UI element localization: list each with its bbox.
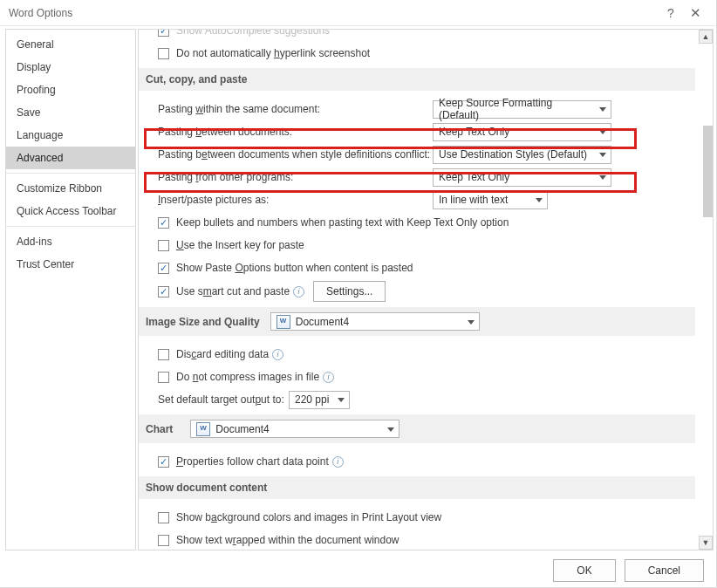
hyperlink-screenshot-row: Do not automatically hyperlink screensho…	[158, 44, 695, 63]
discard-editing-label: Discard editing data	[176, 348, 269, 360]
section-show-document-content: Show document content	[139, 476, 695, 499]
autocomplete-suggestions-row: Show AutoComplete suggestions	[158, 30, 695, 40]
smart-cut-paste-row: Use smart cut and paste Settings...	[158, 281, 695, 302]
pasting-from-other-dropdown[interactable]: Keep Text Only	[433, 168, 611, 187]
sidebar-item-save[interactable]: Save	[6, 101, 135, 124]
default-output-label: Set default target output to:	[158, 393, 289, 406]
section-image-size-quality: Image Size and Quality Document4	[139, 307, 695, 336]
sidebar-item-display[interactable]: Display	[6, 56, 135, 79]
text-wrapped-label: Show text wrapped within the document wi…	[176, 534, 399, 546]
insert-key-checkbox[interactable]	[158, 240, 169, 251]
bg-colors-label: Show background colors and images in Pri…	[176, 511, 441, 523]
info-icon[interactable]	[332, 456, 344, 468]
hyperlink-screenshot-checkbox[interactable]	[158, 48, 169, 59]
keep-bullets-label: Keep bullets and numbers when pasting te…	[176, 216, 509, 229]
scrollbar-thumb[interactable]	[703, 126, 713, 217]
default-output-dropdown[interactable]: 220 ppi	[289, 391, 350, 409]
text-wrapped-checkbox[interactable]	[158, 535, 169, 546]
close-icon[interactable]: ✕	[683, 5, 707, 21]
ok-button[interactable]: OK	[553, 559, 615, 582]
sidebar: General Display Proofing Save Language A…	[5, 29, 136, 550]
pasting-between-conflict-row: Pasting between documents when style def…	[158, 145, 695, 164]
image-size-document-dropdown[interactable]: Document4	[270, 312, 480, 331]
pasting-same-doc-row: Pasting within the same document: Keep S…	[158, 99, 695, 119]
sidebar-item-language[interactable]: Language	[6, 124, 135, 147]
sidebar-item-trust-center[interactable]: Trust Center	[6, 253, 135, 276]
cancel-button[interactable]: Cancel	[625, 559, 704, 582]
sidebar-separator	[6, 226, 135, 227]
word-doc-icon	[277, 315, 290, 329]
insert-pictures-dropdown[interactable]: In line with text	[433, 191, 548, 209]
text-wrapped-row: Show text wrapped within the document wi…	[158, 530, 695, 550]
autocomplete-label: Show AutoComplete suggestions	[176, 30, 330, 37]
sidebar-item-advanced[interactable]: Advanced	[6, 147, 135, 169]
pasting-same-doc-dropdown[interactable]: Keep Source Formatting (Default)	[433, 100, 611, 119]
bg-colors-row: Show background colors and images in Pri…	[158, 508, 695, 527]
pasting-between-conflict-dropdown[interactable]: Use Destination Styles (Default)	[433, 146, 611, 164]
discard-editing-row: Discard editing data	[158, 345, 695, 364]
insert-pictures-row: Insert/paste pictures as: In line with t…	[158, 190, 695, 209]
scroll-down-button[interactable]: ▼	[699, 536, 713, 550]
help-icon[interactable]: ?	[659, 6, 683, 20]
settings-button[interactable]: Settings...	[313, 281, 386, 302]
pasting-same-doc-label: Pasting within the same document:	[158, 103, 433, 115]
pasting-between-docs-dropdown[interactable]: Keep Text Only	[433, 123, 611, 141]
scroll-up-button[interactable]: ▲	[699, 30, 713, 44]
properties-follow-checkbox[interactable]	[158, 456, 169, 468]
chart-document-dropdown[interactable]: Document4	[190, 420, 399, 438]
smart-cut-paste-checkbox[interactable]	[158, 286, 169, 297]
keep-bullets-row: Keep bullets and numbers when pasting te…	[158, 213, 695, 232]
sidebar-item-customize-ribbon[interactable]: Customize Ribbon	[6, 177, 135, 200]
content-pane: ▲ ▼ Show AutoComplete suggestions Do not…	[138, 29, 714, 550]
insert-key-row: Use the Insert key for paste	[158, 236, 695, 255]
show-paste-options-row: Show Paste Options button when content i…	[158, 258, 695, 277]
pasting-from-other-label: Pasting from other programs:	[158, 171, 433, 183]
no-compress-checkbox[interactable]	[158, 372, 169, 383]
pasting-from-other-row: Pasting from other programs: Keep Text O…	[158, 168, 695, 187]
word-doc-icon	[196, 422, 210, 436]
dialog-footer: OK Cancel	[0, 553, 716, 588]
pasting-between-docs-row: Pasting between documents: Keep Text Onl…	[158, 122, 695, 141]
chart-heading: Chart	[146, 423, 173, 435]
keep-bullets-checkbox[interactable]	[158, 217, 169, 229]
no-compress-row: Do not compress images in file	[158, 367, 695, 386]
image-size-heading: Image Size and Quality	[146, 316, 260, 328]
sidebar-separator	[6, 173, 135, 174]
insert-key-label: Use the Insert key for paste	[176, 239, 304, 251]
hyperlink-screenshot-label: Do not automatically hyperlink screensho…	[176, 47, 370, 59]
section-chart: Chart Document4	[139, 414, 695, 443]
sidebar-item-add-ins[interactable]: Add-ins	[6, 230, 135, 253]
bg-colors-checkbox[interactable]	[158, 512, 169, 523]
pasting-between-docs-label: Pasting between documents:	[158, 126, 433, 138]
sidebar-item-proofing[interactable]: Proofing	[6, 79, 135, 101]
info-icon[interactable]	[272, 349, 283, 360]
window-title: Word Options	[9, 7, 659, 19]
sidebar-item-quick-access-toolbar[interactable]: Quick Access Toolbar	[6, 200, 135, 222]
sidebar-item-general[interactable]: General	[6, 33, 135, 56]
show-paste-options-label: Show Paste Options button when content i…	[176, 262, 413, 274]
no-compress-label: Do not compress images in file	[176, 371, 319, 383]
insert-pictures-label: Insert/paste pictures as:	[158, 194, 433, 206]
info-icon[interactable]	[293, 286, 304, 297]
properties-follow-row: Properties follow chart data point	[158, 452, 695, 471]
show-paste-options-checkbox[interactable]	[158, 263, 169, 274]
discard-editing-checkbox[interactable]	[158, 349, 169, 360]
pasting-between-conflict-label: Pasting between documents when style def…	[158, 148, 433, 161]
properties-follow-label: Properties follow chart data point	[176, 455, 329, 468]
smart-cut-paste-label: Use smart cut and paste	[176, 285, 290, 297]
section-cut-copy-paste: Cut, copy, and paste	[139, 68, 695, 91]
titlebar: Word Options ? ✕	[0, 0, 716, 26]
info-icon[interactable]	[323, 372, 334, 383]
default-output-row: Set default target output to: 220 ppi	[158, 390, 695, 409]
autocomplete-checkbox[interactable]	[158, 30, 169, 37]
